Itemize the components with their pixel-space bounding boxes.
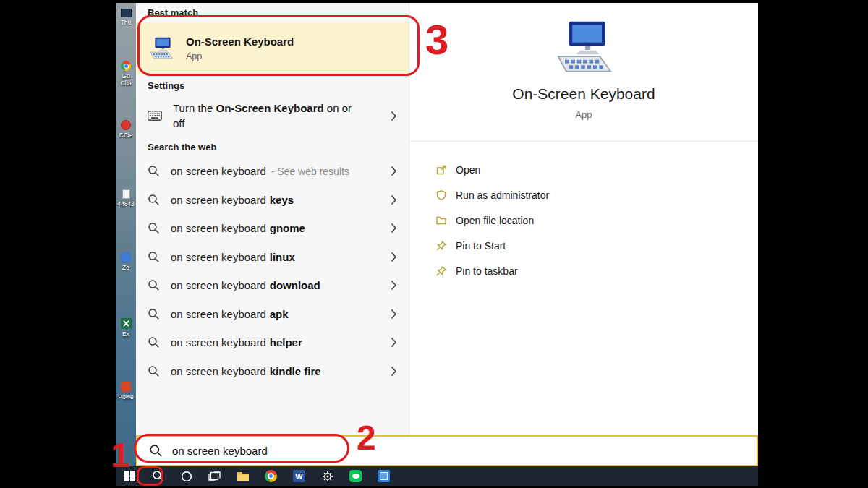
desktop-shortcut[interactable]: Thu: [116, 9, 136, 26]
taskbar-search-button[interactable]: [144, 466, 172, 486]
start-search-flyout: Best match On-Screen Key: [136, 3, 758, 466]
search-results-column: Best match On-Screen Key: [136, 3, 409, 435]
photos-icon: [378, 470, 390, 482]
suggestion-text: on screen keyboard: [171, 194, 266, 206]
chevron-right-icon[interactable]: [391, 223, 397, 234]
preview-app-title: On-Screen Keyboard: [512, 85, 655, 103]
web-suggestion[interactable]: on screen keyboardhelper: [136, 328, 409, 357]
suggestion-text: on screen keyboard: [171, 308, 266, 320]
chevron-right-icon[interactable]: [391, 337, 397, 348]
task-view-icon: [208, 471, 221, 481]
search-input[interactable]: on screen keyboard: [136, 435, 758, 466]
word-button[interactable]: W: [285, 466, 313, 486]
search-icon: [148, 251, 160, 263]
search-icon: [149, 444, 163, 458]
excel-icon: [121, 318, 132, 329]
search-icon: [148, 308, 160, 320]
settings-header: Settings: [136, 74, 409, 95]
word-icon: W: [293, 470, 305, 482]
suggestion-text: on screen keyboard: [171, 336, 266, 348]
powerpoint-icon: [121, 382, 131, 392]
best-match-result[interactable]: On-Screen Keyboard App: [136, 22, 409, 74]
action-run-as-administrator[interactable]: Run as administrator: [435, 182, 758, 207]
this-pc-icon: [121, 9, 132, 17]
line-app-button[interactable]: [341, 466, 370, 486]
desktop-shortcut[interactable]: Powe: [116, 382, 136, 401]
chevron-right-icon[interactable]: [391, 280, 397, 291]
settings-button[interactable]: [313, 466, 341, 486]
desktop-shortcut-label: Go Cha: [116, 72, 135, 87]
suggestion-text: on screen keyboard: [171, 222, 266, 234]
action-open[interactable]: Open: [435, 157, 758, 182]
file-icon: [122, 189, 130, 199]
suggestion-text: on screen keyboard: [171, 251, 266, 263]
chevron-right-icon[interactable]: [391, 111, 397, 121]
ccleaner-icon: [121, 120, 131, 130]
chevron-right-icon[interactable]: [391, 166, 397, 176]
screen: Thu Go Cha CCle 44843 Zo Ex Powe: [0, 0, 868, 488]
desktop-shortcut[interactable]: Ex: [116, 318, 136, 338]
search-icon: [148, 165, 160, 177]
web-suggestion[interactable]: on screen keyboardkeys: [136, 186, 409, 215]
desktop-shortcut[interactable]: Go Cha: [116, 61, 136, 87]
desktop-shortcut-label: 44843: [116, 200, 135, 207]
action-pin-to-start[interactable]: Pin to Start: [435, 233, 758, 258]
search-icon: [148, 222, 160, 234]
chevron-right-icon[interactable]: [391, 309, 397, 320]
desktop-shortcut-label: Powe: [116, 393, 135, 401]
best-match-app-type: App: [186, 51, 294, 61]
open-icon: [435, 164, 447, 176]
action-pin-to-taskbar[interactable]: Pin to taskbar: [435, 258, 758, 283]
desktop-shortcut[interactable]: CCle: [116, 120, 136, 139]
search-icon: [148, 194, 160, 206]
annotation-step-2: 2: [357, 421, 376, 455]
on-screen-keyboard-icon-large: [550, 20, 617, 77]
photos-button[interactable]: [370, 466, 398, 486]
chevron-right-icon[interactable]: [391, 252, 397, 262]
desktop-background: Thu Go Cha CCle 44843 Zo Ex Powe: [116, 3, 136, 466]
best-match-header: Best match: [136, 3, 409, 22]
run-admin-icon: [435, 189, 447, 201]
keyboard-icon: [148, 111, 162, 121]
chrome-icon: [265, 470, 277, 482]
annotation-step-1: 1: [111, 438, 130, 473]
desktop-shortcut[interactable]: 44843: [116, 189, 136, 207]
desktop-shortcut-label: CCle: [116, 132, 135, 139]
search-icon: [148, 336, 160, 348]
annotation-step-3: 3: [425, 19, 448, 61]
pin-to-taskbar-icon: [435, 265, 447, 277]
task-view-button[interactable]: [200, 466, 229, 486]
suggestion-text: on screen keyboard: [171, 279, 266, 291]
web-suggestion[interactable]: on screen keyboardkindle fire: [136, 357, 409, 386]
taskbar: W: [116, 466, 758, 486]
best-match-app-name: On-Screen Keyboard: [186, 35, 294, 48]
web-suggestion[interactable]: on screen keyboarddownload: [136, 271, 409, 300]
chrome-icon: [121, 61, 131, 71]
action-open-file-location[interactable]: Open file location: [435, 207, 758, 233]
search-icon: [152, 470, 164, 482]
preview-header: On-Screen Keyboard App: [409, 3, 758, 142]
cortana-icon: [181, 471, 192, 482]
file-explorer-icon: [237, 471, 250, 481]
settings-result[interactable]: Turn the On-Screen Keyboard on or off: [136, 95, 409, 136]
web-suggestion[interactable]: on screen keyboardgnome: [136, 214, 409, 243]
search-the-web-header: Search the web: [136, 136, 409, 157]
action-list: Open Run as administrator Open file loca…: [409, 142, 758, 283]
file-explorer-button[interactable]: [229, 466, 257, 486]
cortana-button[interactable]: [172, 466, 200, 486]
line-icon: [349, 470, 362, 482]
search-input-value: on screen keyboard: [172, 445, 268, 457]
chrome-button[interactable]: [257, 466, 285, 486]
web-suggestion[interactable]: on screen keyboard- See web results: [136, 157, 409, 186]
gear-icon: [322, 471, 333, 482]
preview-app-type: App: [575, 109, 592, 120]
open-file-location-icon: [435, 215, 447, 226]
chevron-right-icon[interactable]: [391, 194, 397, 205]
web-suggestion[interactable]: on screen keyboardapk: [136, 300, 409, 329]
desktop-shortcut[interactable]: Zo: [116, 252, 136, 271]
preview-pane: On-Screen Keyboard App Open Run as admin…: [409, 3, 758, 435]
search-icon: [148, 365, 160, 377]
suggestion-text: on screen keyboard: [171, 165, 266, 177]
web-suggestion[interactable]: on screen keyboardlinux: [136, 243, 409, 272]
chevron-right-icon[interactable]: [391, 366, 397, 377]
